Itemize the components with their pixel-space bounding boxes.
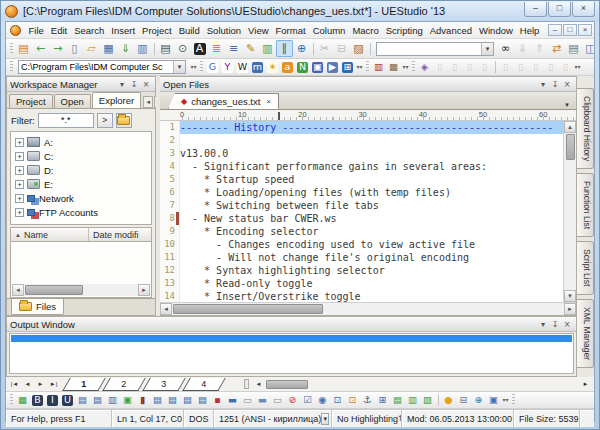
menu-item[interactable]: Solution (203, 23, 244, 38)
dictionary-icon[interactable]: ▥ (371, 60, 386, 75)
output-selected-row[interactable] (11, 335, 572, 342)
paste-icon[interactable]: ▨ (350, 40, 367, 57)
copy-icon[interactable]: ⊟ (333, 40, 350, 57)
table-insert-icon[interactable]: ▤ (75, 393, 90, 408)
scroll-left-icon[interactable]: ◄ (252, 379, 265, 390)
msn-icon[interactable]: m (250, 60, 265, 75)
form3-icon[interactable]: ▧ (420, 393, 435, 408)
panel-menu-icon[interactable]: ▾ (537, 79, 549, 90)
editor-vscrollbar[interactable]: ▲ ▼ (563, 121, 576, 302)
scroll-left-icon[interactable]: ◄ (160, 303, 172, 315)
expand-icon[interactable]: + (15, 208, 24, 217)
print-preview-icon[interactable]: ⊙ (174, 40, 191, 57)
first-tab-icon[interactable]: |◄ (8, 379, 21, 390)
panel-pin-icon[interactable]: ↧ (549, 79, 561, 90)
menu-item[interactable]: Advanced (426, 23, 475, 38)
editor-text-area[interactable]: 1 -------- History ---------------------… (160, 121, 563, 302)
expand-icon[interactable]: + (15, 152, 24, 161)
toolbar-overflow-icon[interactable]: ▾▾ (501, 397, 510, 403)
google-icon[interactable]: G (205, 60, 220, 75)
side-tab[interactable]: Script List (577, 241, 594, 294)
print-icon[interactable]: ▤ (157, 40, 174, 57)
scroll-down-icon[interactable]: ▼ (564, 290, 576, 302)
toolbar-grip[interactable] (10, 43, 13, 55)
cut-icon[interactable]: ✂ (316, 40, 333, 57)
menu-item[interactable]: Column (309, 23, 349, 38)
save-encoding-icon[interactable]: ▦ (386, 60, 401, 75)
scroll-thumb[interactable] (25, 285, 83, 295)
status-highlighting[interactable]: No Highlighting ⇅ (332, 410, 402, 427)
find-in-files-icon[interactable]: ◫ (582, 40, 594, 57)
expand-icon[interactable]: + (15, 194, 24, 203)
address-input[interactable] (19, 62, 173, 72)
files-tab[interactable]: Files (11, 299, 64, 315)
open-folder-icon[interactable]: ▱ (83, 40, 100, 57)
panel-pin-icon[interactable]: ↧ (549, 319, 561, 330)
windows-app-icon[interactable]: ⊞ (340, 60, 355, 75)
frame-icon[interactable]: ⊡ (330, 393, 345, 408)
toolbar-overflow-icon[interactable]: ▾▾ (355, 64, 364, 70)
editor-hscrollbar[interactable]: ◄ ► (160, 302, 576, 315)
open-recent-icon[interactable]: ▤ (15, 40, 32, 57)
layers-icon[interactable]: ⊟ (456, 393, 471, 408)
toolbar-grip[interactable] (10, 394, 13, 406)
tree-item[interactable]: + D: (13, 163, 149, 177)
tree-item[interactable]: + E: (13, 177, 149, 191)
workspace-tab[interactable]: Open (54, 94, 91, 108)
heading-doc-icon[interactable]: ▤ (195, 393, 210, 408)
font-icon[interactable]: A (191, 40, 208, 57)
panel-menu-icon[interactable]: ▾ (116, 79, 128, 90)
word-wrap-icon[interactable]: ∥ (276, 40, 293, 57)
find-prev-icon[interactable]: ⇑ (531, 40, 548, 57)
amazon-icon[interactable]: a (280, 60, 295, 75)
media-app-icon[interactable]: ▶ (325, 60, 340, 75)
checkbox-icon[interactable]: ☑ (300, 393, 315, 408)
address-dropdown-icon[interactable]: ▾ (173, 61, 185, 73)
save-file-icon[interactable]: ▦ (100, 40, 117, 57)
side-tab[interactable]: Clipboard History (577, 88, 594, 169)
toolbar-overflow-icon[interactable]: ▾▾ (573, 64, 582, 70)
scroll-up-icon[interactable]: ▲ (564, 121, 576, 133)
tab-list-dropdown-icon[interactable]: ▾ (560, 101, 574, 109)
panel-close-icon[interactable]: × (561, 79, 573, 90)
hrule3-icon[interactable]: ▬ (255, 393, 270, 408)
tree-item[interactable]: + A: (13, 135, 149, 149)
encoding-convert-red-icon[interactable]: ▯ (558, 60, 573, 75)
toolbar-grip[interactable] (412, 61, 415, 73)
edit-macro-icon[interactable]: ✎ (242, 40, 259, 57)
menu-item[interactable]: Search (71, 23, 108, 38)
document-tab[interactable]: ◆ changes_ues.txt × (168, 93, 279, 109)
mdi-close-button[interactable]: × (578, 24, 592, 36)
encoding-convert-icon[interactable]: ▯ (432, 60, 447, 75)
form2-icon[interactable]: ▥ (405, 393, 420, 408)
mdi-minimize-button[interactable]: – (548, 24, 562, 36)
output-pane-tab[interactable]: 2 (102, 378, 146, 391)
menu-item[interactable]: Macro (349, 23, 382, 38)
tree-item[interactable]: + FTP Accounts (13, 205, 149, 219)
table-col-icon[interactable]: ▥ (105, 393, 120, 408)
scroll-thumb[interactable] (266, 380, 308, 389)
prev-tab-icon[interactable]: ◄ (21, 379, 34, 390)
scroll-left-icon[interactable]: ◄ (12, 284, 24, 296)
tv-app-icon[interactable]: ▣ (310, 60, 325, 75)
scroll-right-icon[interactable]: ► (579, 379, 592, 390)
toolbar-grip[interactable] (10, 61, 13, 73)
next-tab-icon[interactable]: ► (34, 379, 47, 390)
replace-icon[interactable]: ⇄ (548, 40, 565, 57)
heading-doc-icon[interactable]: ▤ (150, 393, 165, 408)
filter-apply-button[interactable]: > (97, 113, 113, 128)
image2-icon[interactable]: ▣ (486, 393, 501, 408)
frame-orange-icon[interactable]: ⊡ (345, 393, 360, 408)
hrule2-icon[interactable]: ▭ (240, 393, 255, 408)
nobreak-icon[interactable]: ⊘ (285, 393, 300, 408)
column-date-modified[interactable]: Date modifi (89, 228, 143, 241)
underline-icon[interactable]: U (60, 393, 75, 408)
menu-item[interactable]: Build (175, 23, 203, 38)
tree-item[interactable]: + Network (13, 191, 149, 205)
close-button[interactable]: × (572, 2, 595, 17)
save-all-icon[interactable]: ▥ (134, 40, 151, 57)
minimize-button[interactable]: – (524, 2, 547, 17)
yahoo-icon[interactable]: Y (220, 60, 235, 75)
workspace-tab[interactable]: Explorer (92, 92, 141, 108)
menu-item[interactable]: Project (139, 23, 176, 38)
